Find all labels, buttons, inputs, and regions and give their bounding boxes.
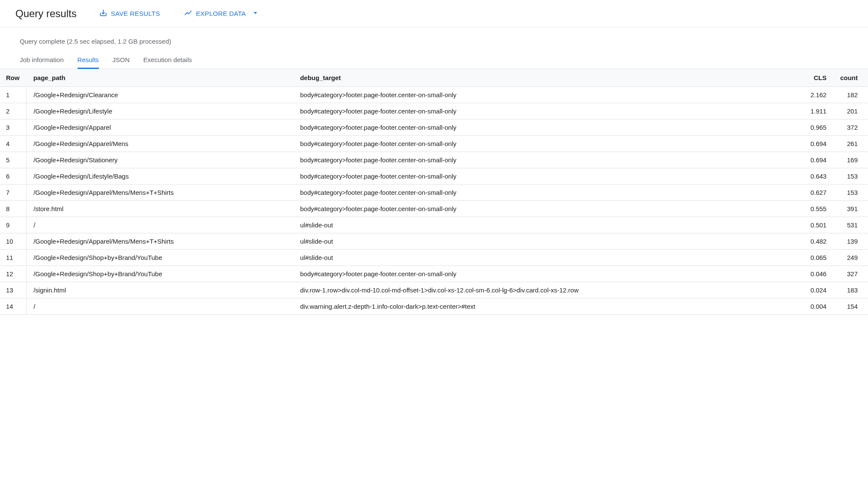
cell-cls: 2.162	[799, 87, 833, 103]
cell-row: 10	[0, 233, 27, 250]
col-header-page-path[interactable]: page_path	[27, 69, 293, 87]
tab-job-information[interactable]: Job information	[20, 52, 64, 69]
tab-execution-details[interactable]: Execution details	[144, 52, 192, 69]
chevron-down-icon	[251, 9, 260, 18]
table-row[interactable]: 1/Google+Redesign/Clearancebody#category…	[0, 87, 868, 103]
table-row[interactable]: 3/Google+Redesign/Apparelbody#category>f…	[0, 119, 868, 136]
cell-row: 4	[0, 136, 27, 152]
table-row[interactable]: 7/Google+Redesign/Apparel/Mens/Mens+T+Sh…	[0, 185, 868, 201]
cell-row: 5	[0, 152, 27, 168]
cell-page-path: /Google+Redesign/Apparel/Mens	[27, 136, 293, 152]
cell-debug-target: ul#slide-out	[293, 250, 799, 266]
save-results-button[interactable]: SAVE RESULTS	[97, 5, 162, 22]
save-results-label: SAVE RESULTS	[111, 10, 160, 17]
explore-data-button[interactable]: EXPLORE DATA	[182, 5, 261, 22]
table-row[interactable]: 2/Google+Redesign/Lifestylebody#category…	[0, 103, 868, 119]
cell-cls: 0.004	[799, 298, 833, 315]
table-row[interactable]: 11/Google+Redesign/Shop+by+Brand/YouTube…	[0, 250, 868, 266]
cell-count: 531	[833, 217, 868, 233]
status-area: Query complete (2.5 sec elapsed, 1.2 GB …	[0, 27, 868, 45]
table-row[interactable]: 8/store.htmlbody#category>footer.page-fo…	[0, 201, 868, 217]
cell-debug-target: body#category>footer.page-footer.center-…	[293, 201, 799, 217]
cell-cls: 0.965	[799, 119, 833, 136]
cell-cls: 0.501	[799, 217, 833, 233]
cell-debug-target: body#category>footer.page-footer.center-…	[293, 136, 799, 152]
col-header-count[interactable]: count	[833, 69, 868, 87]
table-row[interactable]: 5/Google+Redesign/Stationerybody#categor…	[0, 152, 868, 168]
cell-debug-target: body#category>footer.page-footer.center-…	[293, 87, 799, 103]
cell-count: 391	[833, 201, 868, 217]
download-icon	[99, 9, 108, 18]
cell-count: 261	[833, 136, 868, 152]
cell-count: 153	[833, 168, 868, 185]
cell-debug-target: div.row-1.row>div.col-md-10.col-md-offse…	[293, 282, 799, 298]
cell-count: 249	[833, 250, 868, 266]
cell-cls: 0.694	[799, 136, 833, 152]
tabs-bar: Job informationResultsJSONExecution deta…	[0, 52, 868, 69]
cell-page-path: /Google+Redesign/Clearance	[27, 87, 293, 103]
cell-page-path: /Google+Redesign/Lifestyle/Bags	[27, 168, 293, 185]
col-header-cls[interactable]: CLS	[799, 69, 833, 87]
cell-row: 2	[0, 103, 27, 119]
cell-page-path: /Google+Redesign/Apparel/Mens/Mens+T+Shi…	[27, 185, 293, 201]
cell-page-path: /	[27, 217, 293, 233]
cell-cls: 0.065	[799, 250, 833, 266]
cell-debug-target: ul#slide-out	[293, 233, 799, 250]
cell-debug-target: body#category>footer.page-footer.center-…	[293, 168, 799, 185]
cell-page-path: /Google+Redesign/Shop+by+Brand/YouTube	[27, 266, 293, 282]
cell-row: 7	[0, 185, 27, 201]
cell-cls: 0.643	[799, 168, 833, 185]
explore-data-label: EXPLORE DATA	[196, 10, 245, 17]
cell-count: 139	[833, 233, 868, 250]
cell-debug-target: body#category>footer.page-footer.center-…	[293, 185, 799, 201]
cell-debug-target: body#category>footer.page-footer.center-…	[293, 152, 799, 168]
table-header: Row page_path debug_target CLS count	[0, 69, 868, 87]
query-status-text: Query complete (2.5 sec elapsed, 1.2 GB …	[20, 38, 853, 45]
table-row[interactable]: 6/Google+Redesign/Lifestyle/Bagsbody#cat…	[0, 168, 868, 185]
results-table: Row page_path debug_target CLS count 1/G…	[0, 69, 868, 315]
cell-page-path: /Google+Redesign/Stationery	[27, 152, 293, 168]
cell-cls: 0.024	[799, 282, 833, 298]
cell-row: 1	[0, 87, 27, 103]
header-bar: Query results SAVE RESULTS EXPLORE DATA	[0, 0, 868, 27]
cell-row: 8	[0, 201, 27, 217]
cell-count: 183	[833, 282, 868, 298]
col-header-row[interactable]: Row	[0, 69, 27, 87]
cell-cls: 0.694	[799, 152, 833, 168]
cell-row: 6	[0, 168, 27, 185]
cell-cls: 0.555	[799, 201, 833, 217]
cell-cls: 1.911	[799, 103, 833, 119]
cell-row: 11	[0, 250, 27, 266]
cell-debug-target: body#category>footer.page-footer.center-…	[293, 266, 799, 282]
cell-debug-target: body#category>footer.page-footer.center-…	[293, 119, 799, 136]
table-body: 1/Google+Redesign/Clearancebody#category…	[0, 87, 868, 315]
cell-row: 9	[0, 217, 27, 233]
cell-count: 201	[833, 103, 868, 119]
table-row[interactable]: 10/Google+Redesign/Apparel/Mens/Mens+T+S…	[0, 233, 868, 250]
table-row[interactable]: 12/Google+Redesign/Shop+by+Brand/YouTube…	[0, 266, 868, 282]
cell-page-path: /store.html	[27, 201, 293, 217]
cell-row: 3	[0, 119, 27, 136]
cell-count: 327	[833, 266, 868, 282]
tab-results[interactable]: Results	[78, 52, 99, 69]
chart-icon	[184, 9, 192, 18]
table-row[interactable]: 4/Google+Redesign/Apparel/Mensbody#categ…	[0, 136, 868, 152]
table-row[interactable]: 14/div.warning.alert.z-depth-1.info-colo…	[0, 298, 868, 315]
cell-count: 372	[833, 119, 868, 136]
cell-debug-target: div.warning.alert.z-depth-1.info-color-d…	[293, 298, 799, 315]
cell-row: 12	[0, 266, 27, 282]
cell-page-path: /Google+Redesign/Shop+by+Brand/YouTube	[27, 250, 293, 266]
table-row[interactable]: 13/signin.htmldiv.row-1.row>div.col-md-1…	[0, 282, 868, 298]
table-row[interactable]: 9/ul#slide-out0.501531	[0, 217, 868, 233]
cell-row: 14	[0, 298, 27, 315]
cell-page-path: /signin.html	[27, 282, 293, 298]
cell-cls: 0.046	[799, 266, 833, 282]
cell-page-path: /Google+Redesign/Apparel/Mens/Mens+T+Shi…	[27, 233, 293, 250]
cell-count: 153	[833, 185, 868, 201]
cell-cls: 0.627	[799, 185, 833, 201]
tab-json[interactable]: JSON	[113, 52, 130, 69]
cell-page-path: /	[27, 298, 293, 315]
cell-row: 13	[0, 282, 27, 298]
cell-debug-target: ul#slide-out	[293, 217, 799, 233]
col-header-debug-target[interactable]: debug_target	[293, 69, 799, 87]
